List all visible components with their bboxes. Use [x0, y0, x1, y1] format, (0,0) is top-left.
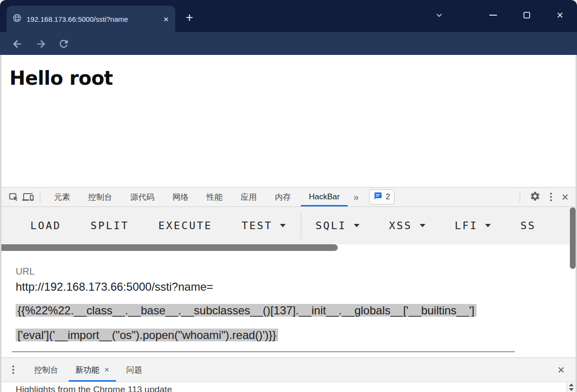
whats-new-close-icon[interactable]: × [104, 365, 109, 375]
devtools-toolbar: 元素 控制台 源代码 网络 性能 应用 内存 HackBar » 2 × [0, 187, 577, 207]
devtools-tab-network[interactable]: 网络 [163, 187, 198, 206]
url-field-value[interactable]: http://192.168.173.66:5000/ssti?name= [16, 280, 213, 294]
chevron-down-icon [485, 224, 491, 227]
horizontal-scrollbar[interactable] [0, 244, 338, 251]
page-heading: Hello root [9, 67, 577, 89]
window-left-border [0, 55, 1, 392]
device-toolbar-icon[interactable] [21, 190, 35, 204]
devtools-menu-icon[interactable] [550, 193, 552, 201]
hackbar-lfi-dropdown[interactable]: LFI [455, 220, 491, 232]
back-button-icon[interactable] [11, 38, 24, 50]
scroll-down-icon[interactable] [569, 388, 574, 391]
chevron-down-icon [354, 224, 360, 227]
window-close-button[interactable]: × [550, 0, 569, 30]
more-tabs-chevron-icon[interactable]: » [349, 192, 363, 203]
chevron-down-icon [420, 224, 425, 227]
hackbar-ssti-button-truncated[interactable]: SS [520, 220, 536, 232]
chevron-down-icon [280, 224, 286, 227]
globe-favicon-icon [12, 13, 22, 25]
issues-counter[interactable]: 2 [369, 189, 395, 205]
new-tab-button[interactable]: + [186, 10, 193, 25]
settings-gear-icon[interactable] [530, 191, 541, 204]
forward-button-icon[interactable] [35, 38, 47, 50]
devtools-close-icon[interactable]: × [561, 191, 568, 203]
inspect-element-icon[interactable] [7, 190, 21, 204]
devtools-tab-hackbar[interactable]: HackBar [300, 187, 349, 206]
drawer-tab-issues[interactable]: 问题 [118, 358, 151, 382]
tab-close-icon[interactable]: × [162, 15, 170, 24]
devtools-tab-performance[interactable]: 性能 [198, 187, 232, 206]
hackbar-load-button[interactable]: LOAD [30, 220, 61, 232]
chat-bubble-icon [374, 192, 382, 202]
whats-new-heading-clipped: Highlights from the Chrome 113 update [16, 384, 172, 392]
hackbar-test-dropdown[interactable]: TEST [242, 220, 286, 232]
url-field-underline [12, 351, 515, 352]
url-field-label: URL [16, 266, 35, 277]
window-maximize-button[interactable] [517, 0, 536, 30]
tab-title: 192.168.173.66:5000/ssti?name [27, 15, 158, 23]
drawer-close-icon[interactable]: × [558, 363, 577, 377]
whats-new-panel: Highlights from the Chrome 113 update [0, 383, 577, 392]
hackbar-xss-dropdown[interactable]: XSS [389, 220, 425, 232]
browser-tab[interactable]: 192.168.173.66:5000/ssti?name × [7, 6, 175, 32]
hackbar-execute-button[interactable]: EXECUTE [158, 220, 212, 232]
drawer-scrollbar-steppers[interactable] [567, 383, 576, 392]
hackbar-split-button[interactable]: SPLIT [90, 220, 129, 232]
devtools-tab-application[interactable]: 应用 [232, 187, 266, 206]
browser-toolbar: 不安全 | 192.168.173.66:5000/ssti?name={{""… [0, 32, 577, 55]
devtools-drawer-bar: 控制台 新功能 × 问题 × [0, 357, 577, 382]
browser-window: 192.168.173.66:5000/ssti?name × + × 不安全 … [0, 0, 577, 392]
toolbar-divider [40, 191, 40, 203]
window-minimize-button[interactable] [484, 0, 503, 30]
selected-payload-line-1: {{%22%22.__class__.__base__.__subclasses… [16, 304, 477, 317]
toolbar-divider [520, 191, 520, 203]
devtools-tab-console[interactable]: 控制台 [79, 187, 121, 206]
devtools-tab-elements[interactable]: 元素 [45, 187, 79, 206]
devtools-tab-memory[interactable]: 内存 [266, 187, 300, 206]
reload-button-icon[interactable] [58, 38, 70, 50]
hackbar-panel: URL http://192.168.173.66:5000/ssti?name… [0, 244, 577, 357]
issues-count: 2 [386, 193, 390, 201]
hackbar-toolbar: LOAD SPLIT EXECUTE TEST SQLI XSS LFI SS [0, 207, 577, 244]
drawer-tab-whats-new[interactable]: 新功能 × [67, 358, 118, 382]
url-field-payload[interactable]: {{%22%22.__class__.__base__.__subclasses… [16, 298, 477, 347]
devtools-tab-sources[interactable]: 源代码 [121, 187, 163, 206]
page-content: Hello root [0, 55, 577, 187]
tab-search-chevron-icon[interactable] [430, 0, 449, 30]
drawer-tab-console[interactable]: 控制台 [26, 358, 67, 382]
vertical-scrollbar[interactable] [570, 207, 576, 269]
selected-payload-line-2: ['eval']('__import__("os").popen("whoami… [16, 329, 278, 341]
hackbar-divider [301, 213, 301, 239]
scroll-up-icon[interactable] [569, 383, 574, 386]
drawer-menu-icon[interactable] [12, 365, 14, 374]
tab-strip: 192.168.173.66:5000/ssti?name × + × [0, 0, 577, 32]
hackbar-sqli-dropdown[interactable]: SQLI [316, 220, 360, 232]
